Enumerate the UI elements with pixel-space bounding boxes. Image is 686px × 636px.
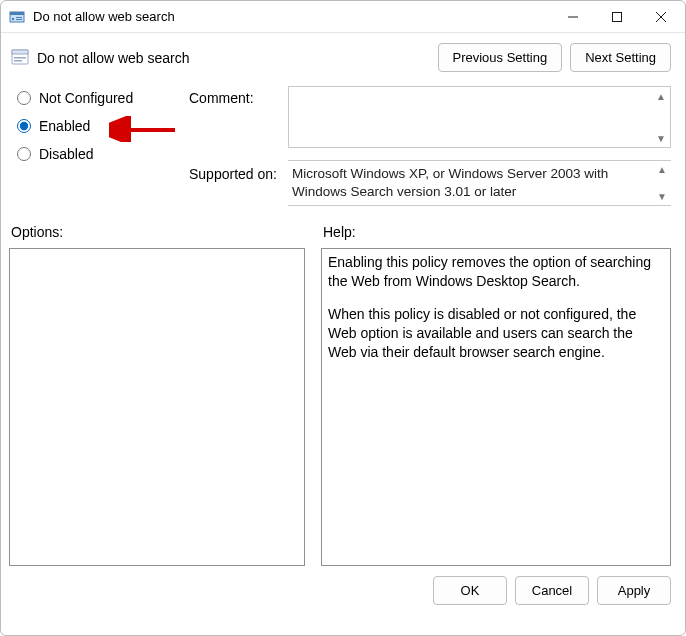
window-title: Do not allow web search: [33, 9, 551, 24]
previous-setting-button[interactable]: Previous Setting: [438, 43, 563, 72]
supported-on-text: Microsoft Windows XP, or Windows Server …: [292, 166, 608, 199]
scroll-up-icon[interactable]: ▲: [654, 89, 668, 103]
ok-button[interactable]: OK: [433, 576, 507, 605]
radio-enabled[interactable]: Enabled: [15, 118, 185, 134]
settings-area: Not Configured Enabled Disabled Comment:…: [1, 78, 685, 210]
svg-rect-10: [12, 50, 28, 54]
svg-rect-4: [16, 19, 22, 20]
comment-label: Comment:: [189, 86, 284, 106]
radio-not-configured-input[interactable]: [17, 91, 31, 105]
svg-rect-11: [14, 57, 26, 59]
supported-label: Supported on:: [189, 160, 284, 182]
maximize-button[interactable]: [595, 2, 639, 32]
apply-button[interactable]: Apply: [597, 576, 671, 605]
options-label: Options:: [11, 224, 305, 240]
help-paragraph: Enabling this policy removes the option …: [328, 253, 664, 291]
comment-box: ▲ ▼: [288, 86, 671, 148]
app-icon: [9, 9, 25, 25]
supported-on-box: Microsoft Windows XP, or Windows Server …: [288, 160, 671, 206]
radio-disabled[interactable]: Disabled: [15, 146, 185, 162]
minimize-button[interactable]: [551, 2, 595, 32]
svg-rect-3: [16, 17, 22, 18]
scroll-down-icon[interactable]: ▼: [654, 131, 668, 145]
scroll-up-icon[interactable]: ▲: [655, 163, 669, 177]
cancel-button[interactable]: Cancel: [515, 576, 589, 605]
options-pane: [9, 248, 305, 566]
policy-name: Do not allow web search: [37, 50, 430, 66]
policy-header: Do not allow web search Previous Setting…: [1, 33, 685, 78]
help-paragraph: When this policy is disabled or not conf…: [328, 305, 664, 362]
radio-not-configured-label: Not Configured: [39, 90, 133, 106]
scroll-down-icon[interactable]: ▼: [655, 189, 669, 203]
svg-rect-1: [10, 12, 24, 15]
next-setting-button[interactable]: Next Setting: [570, 43, 671, 72]
policy-icon: [11, 49, 29, 67]
svg-rect-6: [613, 12, 622, 21]
radio-not-configured[interactable]: Not Configured: [15, 90, 185, 106]
lower-panes: Options: Help: Enabling this policy remo…: [1, 210, 685, 566]
radio-enabled-label: Enabled: [39, 118, 90, 134]
comment-input[interactable]: [289, 87, 652, 147]
svg-rect-12: [14, 60, 22, 62]
title-bar: Do not allow web search: [1, 1, 685, 33]
radio-disabled-label: Disabled: [39, 146, 93, 162]
radio-disabled-input[interactable]: [17, 147, 31, 161]
close-button[interactable]: [639, 2, 683, 32]
radio-enabled-input[interactable]: [17, 119, 31, 133]
svg-point-2: [12, 17, 14, 19]
help-pane: Enabling this policy removes the option …: [321, 248, 671, 566]
dialog-footer: OK Cancel Apply: [1, 566, 685, 615]
help-label: Help:: [323, 224, 671, 240]
